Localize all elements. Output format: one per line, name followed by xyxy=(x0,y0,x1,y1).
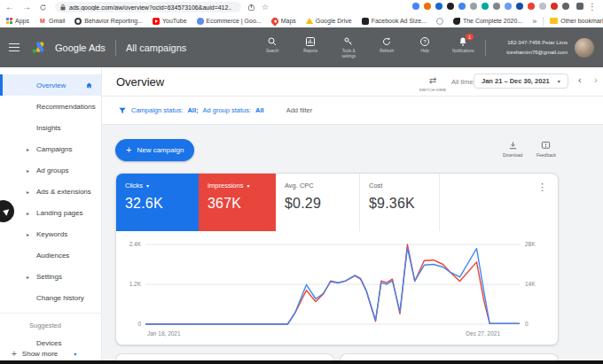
tool-favicon xyxy=(362,18,369,25)
campaign-scope-label[interactable]: All campaigns xyxy=(126,43,186,53)
extension-icon[interactable] xyxy=(528,3,535,10)
sidebar-item-keywords[interactable]: ▸Keywords xyxy=(0,223,101,244)
new-campaign-button[interactable]: + New campaign xyxy=(115,139,194,161)
metric-card-avg-cpc[interactable]: Avg. CPC$0.29 xyxy=(276,174,360,231)
extension-icon[interactable] xyxy=(505,3,512,10)
card-options-icon[interactable]: ⋮ xyxy=(537,182,547,192)
metric-card-clicks[interactable]: Clicks▾32.6K xyxy=(116,174,199,231)
extension-icon[interactable] xyxy=(493,3,500,10)
address-bar[interactable]: ads.google.com/aw/overview?ocid=63457310… xyxy=(55,2,241,12)
extension-icon[interactable] xyxy=(562,3,569,10)
extension-icon[interactable] xyxy=(412,3,419,10)
sidebar-item-settings[interactable]: ▸Settings xyxy=(0,266,101,287)
bookmark-apps[interactable]: Apps xyxy=(5,18,29,25)
metric-card-cost[interactable]: Cost$9.36K xyxy=(360,174,440,231)
sidebar-item-label: Devices xyxy=(36,339,61,347)
nav-search-button[interactable]: Search xyxy=(260,36,285,53)
caret-down-icon: ▾ xyxy=(558,78,560,84)
bookmark-ecommerce[interactable]: Ecommerce | Goo... xyxy=(197,18,262,25)
show-more-button[interactable]: + Show more ▾ xyxy=(12,349,76,359)
other-bookmarks-button[interactable]: Other bookmarks xyxy=(550,18,603,24)
download-label: Download xyxy=(503,152,522,158)
sidebar-item-campaigns[interactable]: ▸Campaigns xyxy=(0,138,101,159)
sidebar-item-label: Insights xyxy=(36,124,61,132)
main-content: Overview ⇄ SWITCH VIEW All time Jan 21 –… xyxy=(102,67,603,364)
forward-icon[interactable]: → xyxy=(22,3,31,12)
metric-card-impressions[interactable]: Impressions▾367K xyxy=(199,174,276,231)
filter-funnel-icon[interactable] xyxy=(118,106,127,115)
sidebar-item-recommendations[interactable]: Recommendations xyxy=(0,96,101,117)
svg-text:0: 0 xyxy=(525,321,529,327)
google-ads-header: Google Ads All campaigns SearchReportsTo… xyxy=(0,27,603,67)
extension-icon[interactable] xyxy=(482,3,489,10)
date-next-chevron[interactable]: › xyxy=(594,74,598,85)
add-filter-button[interactable]: Add filter xyxy=(286,106,313,114)
tools-icon xyxy=(343,36,354,47)
feedback-button[interactable]: Feedback xyxy=(536,141,556,158)
sidebar-item-audiences[interactable]: Audiences xyxy=(0,244,101,266)
overview-content: + New campaign Download Feedback Clicks▾… xyxy=(102,125,603,364)
campaign-status-filter[interactable]: Campaign status: xyxy=(131,106,183,114)
extension-icon[interactable] xyxy=(424,3,431,10)
bookmark-star-icon[interactable]: ☆ xyxy=(262,3,269,12)
extension-icon[interactable] xyxy=(551,3,558,10)
download-button[interactable]: Download xyxy=(503,141,522,158)
nav-refresh-button[interactable]: Refresh xyxy=(374,36,399,53)
date-range-value: Jan 21 – Dec 30, 2021 xyxy=(482,77,550,85)
bottom-black-bar xyxy=(0,360,603,364)
sidebar-item-ad-groups[interactable]: ▸Ad groups xyxy=(0,159,101,181)
nav-tools-settings-button[interactable]: Tools & settings xyxy=(336,36,361,58)
bookmark-maps[interactable]: Maps xyxy=(271,18,296,25)
extension-icon[interactable] xyxy=(447,3,454,10)
caret-down-icon: ▾ xyxy=(146,182,149,189)
sidebar-item-change-history[interactable]: Change history xyxy=(0,287,101,308)
reload-icon[interactable] xyxy=(39,4,47,12)
bookmarks-bar: AppsMGmailBehavior Reporting...YouTubeEc… xyxy=(0,14,603,27)
browser-toolbar: ← → ads.google.com/aw/overview?ocid=6345… xyxy=(0,0,603,14)
campaign-status-value[interactable]: All; xyxy=(187,106,198,114)
bookmark-pen[interactable]: The Complete 2020... xyxy=(453,18,522,25)
pen-favicon xyxy=(453,18,460,25)
bookmark-drive[interactable]: Google Drive xyxy=(306,18,352,24)
browser-menu-icon[interactable]: ⋮ xyxy=(588,2,597,12)
nav-label: Notifications xyxy=(452,49,474,53)
extension-icon[interactable] xyxy=(435,3,442,10)
sidebar-item-landing-pages[interactable]: ▸Landing pages xyxy=(0,202,101,223)
switch-view-button[interactable]: ⇄ SWITCH VIEW xyxy=(418,71,448,92)
bookmark-gmail[interactable]: MGmail xyxy=(39,18,65,25)
ad-group-status-value[interactable]: All xyxy=(255,106,264,114)
extension-icon[interactable] xyxy=(458,3,466,10)
hamburger-menu-icon[interactable] xyxy=(9,43,20,52)
sidebar-item-ads-extensions[interactable]: ▸Ads & extensions xyxy=(0,181,101,202)
sidebar-item-insights[interactable]: Insights xyxy=(0,117,101,138)
sidebar-item-overview[interactable]: Overview xyxy=(0,74,101,96)
share-icon[interactable] xyxy=(247,4,255,12)
nav-help-button[interactable]: ?Help xyxy=(412,36,437,53)
extension-icon[interactable] xyxy=(470,3,477,10)
extensions-tray xyxy=(412,3,569,10)
bookmarks-overflow-icon[interactable]: » xyxy=(532,17,536,26)
bookmark-globe[interactable] xyxy=(436,18,443,25)
account-avatar[interactable] xyxy=(575,38,594,58)
ad-group-status-filter[interactable]: Ad group status: xyxy=(202,106,251,114)
plus-icon: + xyxy=(12,349,17,359)
account-info[interactable]: 182-347-7456 Petar Lims iceshamim76@gmai… xyxy=(506,38,568,56)
expand-arrow-icon: ▸ xyxy=(27,146,29,152)
bookmark-youtube[interactable]: YouTube xyxy=(153,18,187,25)
extensions-puzzle-icon[interactable] xyxy=(576,3,583,10)
divider xyxy=(0,313,101,314)
nav-notifications-button[interactable]: Notifications1 xyxy=(450,36,475,53)
metric-label: Clicks xyxy=(125,182,143,190)
date-prev-chevron[interactable]: ‹ xyxy=(578,74,582,85)
bookmark-target[interactable]: Behavior Reporting... xyxy=(74,18,143,25)
filter-bar: Campaign status: All; Ad group status: A… xyxy=(102,97,603,125)
sidebar-item-label: Ads & extensions xyxy=(36,188,91,196)
nav-reports-button[interactable]: Reports xyxy=(298,36,323,53)
nav-label: Tools & settings xyxy=(336,49,361,58)
notification-badge: 1 xyxy=(466,34,474,40)
bookmark-tool[interactable]: Facebook Ad Size... xyxy=(362,18,427,25)
extension-icon[interactable] xyxy=(516,3,523,10)
extension-icon[interactable] xyxy=(539,3,546,10)
back-icon[interactable]: ← xyxy=(5,3,14,12)
date-range-picker[interactable]: Jan 21 – Dec 30, 2021 ▾ xyxy=(474,74,568,89)
